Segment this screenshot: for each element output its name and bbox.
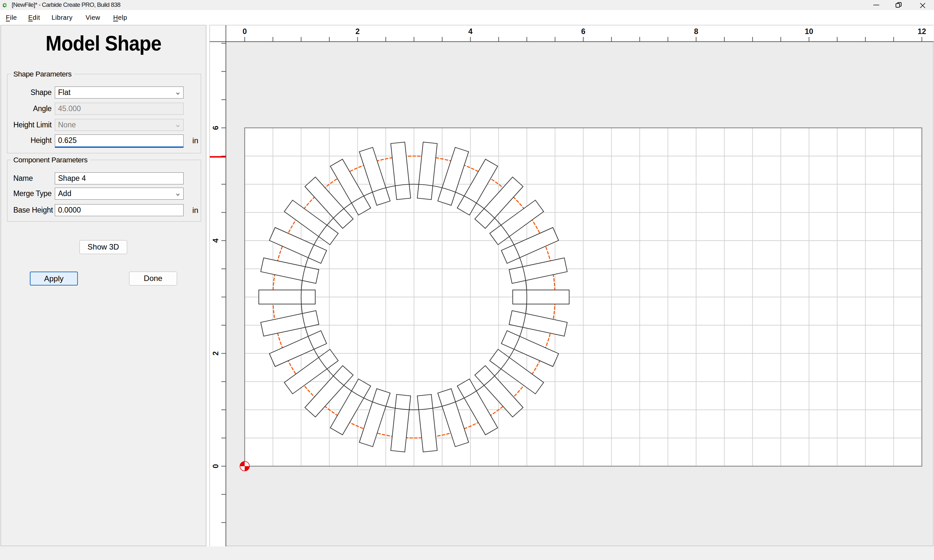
svg-text:4: 4 — [468, 27, 473, 35]
svg-text:0: 0 — [211, 464, 220, 468]
svg-text:8: 8 — [694, 27, 698, 35]
svg-text:0: 0 — [243, 27, 247, 35]
svg-text:4: 4 — [211, 238, 220, 243]
svg-text:2: 2 — [355, 27, 360, 35]
svg-text:6: 6 — [211, 126, 220, 130]
svg-text:12: 12 — [917, 27, 926, 35]
svg-text:2: 2 — [211, 351, 220, 355]
svg-text:6: 6 — [581, 27, 586, 35]
svg-text:10: 10 — [805, 27, 813, 35]
